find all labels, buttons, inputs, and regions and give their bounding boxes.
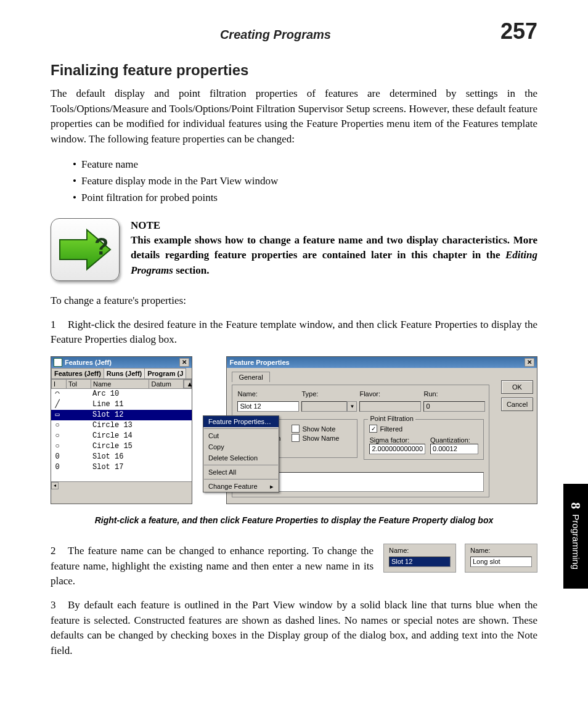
submenu-arrow-icon: ▸ (270, 483, 274, 491)
nc-name-label: Name: (470, 547, 532, 554)
flavor-label: Flavor: (359, 390, 421, 398)
col-name[interactable]: Name (91, 380, 149, 388)
bullet-list: Feature name Feature display mode in the… (73, 156, 537, 206)
table-row: ╱Line 11 (51, 399, 192, 410)
step-3: 3By default each feature is outlined in … (51, 598, 537, 659)
nc-name-after[interactable]: Long slot (470, 557, 532, 567)
note-text: NOTE This example shows how to change a … (131, 218, 537, 281)
tab-features[interactable]: Features (Jeff) (51, 368, 104, 378)
context-menu[interactable]: Feature Properties… Cut Copy Delete Sele… (203, 415, 279, 492)
flavor-field[interactable] (359, 401, 421, 412)
run-field: 0 (423, 401, 485, 412)
section-heading: Finalizing feature properties (51, 62, 537, 79)
scroll-up-icon[interactable]: ▲ (184, 380, 191, 388)
bullet-item: Feature name (73, 156, 537, 173)
close-icon[interactable]: ✕ (179, 358, 189, 367)
window-icon (54, 358, 62, 367)
ok-button[interactable]: OK (501, 380, 533, 394)
show-note-checkbox[interactable]: Show Note (292, 425, 339, 433)
nc-name-label: Name: (389, 547, 451, 554)
table-row: ○Circle 14 (51, 431, 192, 441)
tab-runs[interactable]: Runs (Jeff) (104, 368, 145, 378)
type-label: Type: (301, 390, 357, 398)
features-titlebar[interactable]: Features (Jeff) ✕ (51, 357, 192, 368)
col-i[interactable]: I (52, 380, 67, 388)
note-block: ? NOTE This example shows how to change … (51, 218, 537, 281)
sigma-label: Sigma factor: (369, 436, 425, 444)
chevron-down-icon[interactable]: ▼ (347, 401, 357, 412)
table-row: 0Slot 17 (51, 462, 192, 473)
tab-program[interactable]: Program (J (144, 368, 186, 378)
menu-copy[interactable]: Copy (203, 441, 279, 452)
close-icon[interactable]: ✕ (525, 358, 534, 367)
figure-caption: Right-click a feature, and then click Fe… (51, 515, 537, 525)
fp-title: Feature Properties (229, 359, 289, 366)
pf-group-title: Point Filtration (368, 415, 415, 422)
menu-select-all[interactable]: Select All (203, 467, 279, 478)
header-section-title: Creating Programs (220, 28, 331, 42)
run-label: Run: (423, 390, 485, 398)
features-tabs: Features (Jeff) Runs (Jeff) Program (J (51, 368, 192, 379)
page-header: Creating Programs 257 (51, 18, 537, 44)
menu-delete-selection[interactable]: Delete Selection (203, 452, 279, 463)
features-title: Features (Jeff) (65, 359, 112, 366)
tab-general[interactable]: General (232, 372, 269, 382)
bullet-item: Feature display mode in the Part View wi… (73, 173, 537, 189)
table-row: ◠Arc 10 (51, 389, 192, 399)
note-label: NOTE (131, 219, 160, 231)
nc-name-before[interactable]: Slot 12 (389, 557, 451, 567)
name-field[interactable]: Slot 12 (237, 401, 299, 412)
intro-paragraph: The default display and point filtration… (51, 86, 537, 147)
menu-change-feature[interactable]: Change Feature▸ (203, 481, 279, 492)
svg-text:?: ? (94, 234, 108, 259)
table-row: 0Slot 16 (51, 452, 192, 462)
show-name-checkbox[interactable]: Show Name (292, 434, 339, 442)
point-filtration-group: Point Filtration ✓Filtered Sigma factor:… (364, 419, 484, 460)
bullet-item: Point filtration for probed points (73, 189, 537, 206)
quant-field[interactable]: 0.00012 (430, 444, 478, 454)
table-row: ○Circle 15 (51, 441, 192, 452)
features-window[interactable]: Features (Jeff) ✕ Features (Jeff) Runs (… (51, 356, 192, 504)
col-tol[interactable]: Tol (67, 380, 91, 388)
note-arrow-icon: ? (51, 218, 120, 281)
menu-feature-properties[interactable]: Feature Properties… (203, 416, 279, 427)
scroll-left-icon[interactable]: ◂ (51, 482, 59, 489)
table-row-selected: ▭Slot 12 (51, 410, 192, 420)
step-1: 1Right-click the desired feature in the … (51, 317, 537, 348)
scrollbar[interactable]: ◂ (51, 481, 192, 489)
features-rows[interactable]: ◠Arc 10 ╱Line 11 ▭Slot 12 ○Circle 13 ○Ci… (51, 389, 192, 481)
filtered-checkbox[interactable]: ✓Filtered (369, 425, 478, 433)
menu-cut[interactable]: Cut (203, 430, 279, 441)
page-number: 257 (500, 18, 537, 44)
name-change-inset: Name: Slot 12 Name: Long slot (383, 544, 537, 573)
lead-paragraph: To change a feature's properties: (51, 293, 537, 309)
type-combo[interactable]: ▼ (301, 401, 357, 412)
chapter-side-tab: 8 Programming (563, 484, 588, 589)
quant-label: Quantization: (430, 436, 478, 444)
col-datum[interactable]: Datum (149, 380, 184, 388)
name-label: Name: (237, 390, 299, 398)
table-row: ○Circle 13 (51, 420, 192, 431)
features-column-headers: I Tol Name Datum ▲ (51, 379, 192, 389)
cancel-button[interactable]: Cancel (501, 398, 533, 411)
fp-titlebar[interactable]: Feature Properties ✕ (227, 357, 537, 368)
sigma-field[interactable]: 2.000000000000 (369, 444, 425, 454)
